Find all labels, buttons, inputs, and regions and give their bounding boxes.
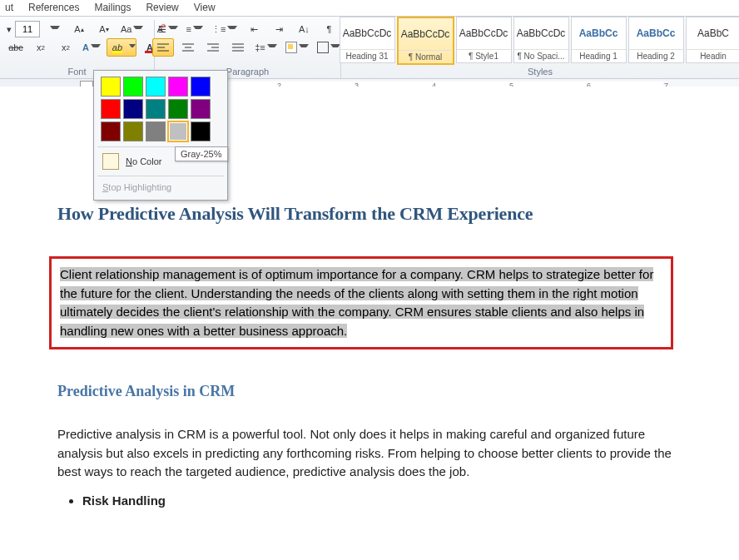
highlight-color-swatch[interactable] (101, 121, 121, 141)
tab-view[interactable]: View (194, 2, 216, 13)
highlight-color-grid (97, 74, 224, 145)
no-color-swatch (102, 153, 119, 170)
tab-references[interactable]: References (28, 2, 79, 13)
style-item[interactable]: AaBbCcHeading 1 (571, 17, 627, 63)
shading-button[interactable] (283, 38, 311, 57)
highlight-dropdown: No Color Stop Highlighting (93, 70, 228, 201)
tab-mailings[interactable]: Mailings (94, 2, 131, 13)
decrease-indent-button[interactable]: ⇤ (243, 20, 265, 38)
style-item[interactable]: AaBbCcHeading 2 (628, 17, 684, 63)
font-size-dd[interactable] (43, 20, 65, 38)
strikethrough-button[interactable]: abc (5, 38, 27, 57)
numbering-button[interactable]: ≡ (184, 20, 206, 38)
style-item[interactable]: AaBbCcDcHeading 31 (340, 17, 395, 63)
line-spacing-button[interactable]: ‡≡ (252, 38, 280, 57)
styles-group-label: Styles (528, 65, 553, 78)
multilevel-button[interactable]: ⋮≡ (209, 20, 240, 38)
style-item[interactable]: AaBbCcDc¶ Normal (397, 17, 454, 65)
highlight-color-swatch[interactable] (146, 99, 166, 119)
highlight-button[interactable]: ab (107, 39, 127, 56)
color-tooltip: Gray-25% (175, 146, 228, 161)
change-case-button[interactable]: Aa (118, 20, 146, 38)
subscript-button[interactable]: x2 (30, 38, 52, 57)
highlight-color-swatch[interactable] (123, 99, 143, 119)
highlight-color-swatch[interactable] (191, 121, 211, 141)
highlight-color-swatch[interactable] (101, 99, 121, 119)
font-size-input[interactable]: 11 (15, 21, 40, 37)
stop-highlighting-label: Stop Highlighting (102, 182, 171, 192)
paragraph-group-label: Paragraph (226, 65, 269, 78)
align-center-button[interactable] (177, 38, 199, 57)
highlight-color-swatch[interactable] (168, 121, 188, 141)
tab-layout[interactable]: ut (5, 2, 13, 13)
highlight-color-swatch[interactable] (101, 77, 121, 97)
no-color-label: No Color (126, 156, 161, 166)
highlight-split-button[interactable]: ab (107, 38, 136, 57)
font-name-dd-caret[interactable]: ▾ (5, 24, 12, 35)
superscript-button[interactable]: x2 (55, 38, 77, 57)
style-item[interactable]: AaBbCHeadin (686, 17, 740, 63)
style-item[interactable]: AaBbCcDc¶ Style1 (456, 17, 512, 63)
highlight-caret[interactable] (127, 39, 136, 56)
style-item[interactable]: AaBbCcDc¶ No Spaci... (513, 17, 569, 63)
list-item[interactable]: Risk Handling (82, 493, 673, 508)
styles-gallery[interactable]: AaBbCcDcHeading 31AaBbCcDc¶ NormalAaBbCc… (336, 17, 740, 65)
shrink-font-button[interactable]: A▾ (93, 20, 115, 38)
highlight-color-swatch[interactable] (191, 77, 211, 97)
tab-review[interactable]: Review (146, 2, 178, 13)
doc-paragraph-1[interactable]: Client relationship management is of opt… (60, 265, 662, 340)
align-left-button[interactable] (152, 38, 174, 57)
align-right-button[interactable] (202, 38, 224, 57)
highlighted-paragraph-callout: Client relationship management is of opt… (49, 256, 673, 349)
grow-font-button[interactable]: A▴ (68, 20, 90, 38)
highlight-color-swatch[interactable] (168, 77, 188, 97)
doc-heading-2: Predictive Analysis in CRM (57, 383, 673, 400)
highlight-color-swatch[interactable] (168, 99, 188, 119)
highlight-color-swatch[interactable] (146, 77, 166, 97)
doc-paragraph-2[interactable]: Predictive analysis in CRM is a powerful… (57, 425, 673, 482)
stop-highlighting-row[interactable]: Stop Highlighting (97, 178, 224, 196)
doc-heading-1: How Predictive Analysis Will Transform t… (57, 203, 673, 225)
doc-bullet-list: Risk Handling (82, 493, 673, 508)
font-group-label: Font (67, 65, 86, 78)
ribbon-tabs: ut References Mailings Review View (0, 0, 739, 16)
justify-button[interactable] (227, 38, 249, 57)
text-effects-button[interactable]: A (80, 38, 103, 57)
increase-indent-button[interactable]: ⇥ (268, 20, 290, 38)
highlight-color-swatch[interactable] (123, 121, 143, 141)
highlight-color-swatch[interactable] (123, 77, 143, 97)
highlight-color-swatch[interactable] (146, 121, 166, 141)
sort-button[interactable]: A↓ (293, 20, 315, 38)
highlight-color-swatch[interactable] (191, 99, 211, 119)
